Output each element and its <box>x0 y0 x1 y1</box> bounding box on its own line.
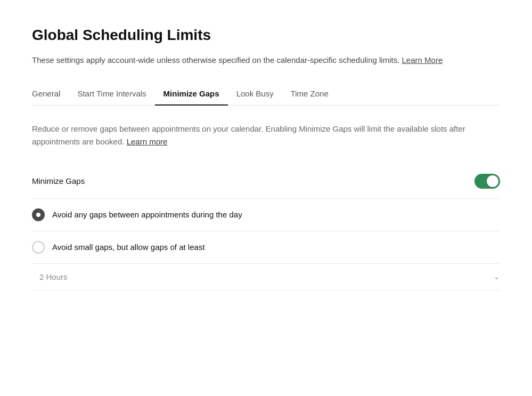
minimize-gaps-setting: Minimize Gaps <box>32 164 500 199</box>
radio-avoid-small-gaps-circle <box>32 241 45 254</box>
page-title: Global Scheduling Limits <box>32 27 500 44</box>
dropdown-selected-value: 2 Hours <box>39 272 68 281</box>
gap-duration-dropdown[interactable]: 2 Hours ⌄ <box>32 264 500 290</box>
tab-general[interactable]: General <box>32 83 69 106</box>
tab-minimize-gaps[interactable]: Minimize Gaps <box>155 83 228 106</box>
toggle-track <box>474 174 500 189</box>
minimize-gaps-toggle[interactable] <box>474 174 500 189</box>
radio-avoid-any-gaps-label: Avoid any gaps between appointments duri… <box>52 210 242 219</box>
learn-more-section-link[interactable]: Learn more <box>127 137 168 146</box>
tab-time-zone[interactable]: Time Zone <box>282 83 337 106</box>
tab-navigation: General Start Time Intervals Minimize Ga… <box>32 83 500 106</box>
learn-more-link[interactable]: Learn More <box>402 55 443 64</box>
section-description: Reduce or remove gaps between appointmen… <box>32 123 485 148</box>
tab-look-busy[interactable]: Look Busy <box>228 83 282 106</box>
minimize-gaps-label: Minimize Gaps <box>32 176 85 185</box>
page-description: These settings apply account-wide unless… <box>32 54 447 67</box>
radio-avoid-any-gaps[interactable]: Avoid any gaps between appointments duri… <box>32 199 500 231</box>
tab-start-time-intervals[interactable]: Start Time Intervals <box>69 83 154 106</box>
radio-avoid-any-gaps-circle <box>32 208 45 221</box>
toggle-thumb <box>487 175 498 187</box>
radio-avoid-small-gaps-label: Avoid small gaps, but allow gaps of at l… <box>52 243 205 252</box>
chevron-down-icon: ⌄ <box>494 272 500 281</box>
radio-avoid-small-gaps[interactable]: Avoid small gaps, but allow gaps of at l… <box>32 231 500 264</box>
